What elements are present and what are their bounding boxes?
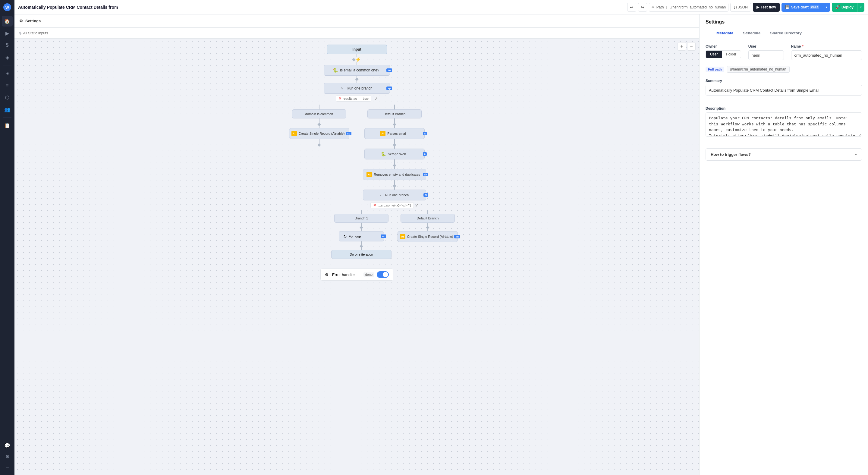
panel-header: Settings Metadata Schedule Shared Direct… [700,14,868,38]
dollar-icon: $ [19,31,22,35]
input-section: Input ⚡ 🐍 [236,44,477,103]
sidebar-item-resources[interactable]: ⬡ [2,92,13,103]
full-path-row: Full path u/henri/crm_automated_no_human [706,66,862,73]
deploy-button[interactable]: 🚀 Deploy [832,3,857,12]
for-loop-node[interactable]: ↻ For loop ac [339,231,384,242]
flow-canvas[interactable]: + − Input ⚡ [14,39,699,475]
tab-metadata[interactable]: Metadata [712,28,738,38]
input-node[interactable]: Input [327,44,387,54]
test-flow-button[interactable]: ▶ Test flow [753,3,780,12]
panel-body: Owner User Folder User Name * [700,38,868,475]
owner-label: Owner [706,44,741,49]
undo-button[interactable]: ↩ [627,3,636,12]
error-handler-node[interactable]: ⚙ Error handler deno [320,268,393,281]
description-group: Description Populate your CRM contacts' … [706,106,862,142]
description-textarea[interactable]: Populate your CRM contacts' details from… [706,113,862,136]
vc-d-2 [317,143,321,147]
db2c-1 [427,210,428,214]
close-icon-2: ✕ [373,203,376,208]
scrape-web-label: Scrape Web [388,152,406,156]
error-handler-toggle[interactable] [377,271,389,278]
sidebar-item-group[interactable]: ◈ [2,52,13,63]
settings-gear-icon: ⚙ [19,19,23,23]
sidebar-item-home[interactable]: 🏠 [2,16,13,27]
removes-empty-node[interactable]: At Removes empty and duplicates ak [363,169,426,180]
parses-email-node[interactable]: At Parses email a [364,128,425,139]
close-icon-1: ✕ [338,96,341,101]
create-single-1-node[interactable]: At Create Single Record (Airtable) aq [289,128,349,139]
branch-1-label: Branch 1 [355,216,368,220]
owner-user-button[interactable]: User [706,51,722,58]
name-input[interactable] [791,50,862,60]
input-node-label: Input [352,47,361,52]
airtable-icon-1: At [291,131,297,136]
rc-1 [394,104,395,109]
app-logo[interactable]: W [2,2,12,12]
owner-folder-button[interactable]: Folder [722,51,741,58]
zoom-in-button[interactable]: + [678,42,686,51]
run-one-branch-2-badge: al [424,193,428,197]
save-draft-group: 💾 Save draft Ctrl S ▾ [781,3,830,12]
topbar-actions: ↩ ↪ ✏ Path | u/henri/crm_automated_no_hu… [627,3,864,12]
sidebar: W 🏠 ▶ $ ◈ ⊞ ≡ ⬡ 👥 📋 💬 ⊕ → [0,0,14,475]
run-one-branch-1-node[interactable]: ⑂ Run one branch ap [324,83,390,94]
default-branch-1-node[interactable]: Default Branch [367,109,422,119]
for-loop-label: For loop [349,234,361,238]
zoom-out-button[interactable]: − [687,42,695,51]
user-col: User [748,44,784,60]
trigger-header[interactable]: How to trigger flows? ▾ [706,149,862,160]
scrape-web-node[interactable]: 🐍 Scrape Web c [364,149,425,159]
tab-shared-directory[interactable]: Shared Directory [765,28,807,38]
sidebar-item-vars[interactable]: ≡ [2,80,13,91]
deploy-chevron-button[interactable]: ▾ [857,3,864,12]
user-input[interactable] [748,50,784,60]
condition-label-2: ✕ ....s.c.some((x)=>x!="") [370,202,414,208]
branch-1-node[interactable]: Branch 1 [334,214,389,223]
vc-d-9 [426,226,429,229]
save-draft-button[interactable]: 💾 Save draft Ctrl S [781,3,823,12]
description-label: Description [706,106,862,110]
branch-icon-2: ⑂ [378,192,383,198]
name-label: Name * [791,44,862,49]
json-button[interactable]: { } JSON [730,3,751,12]
name-col: Name * [791,44,862,60]
sidebar-item-users[interactable]: 👥 [2,104,13,115]
main-area: Automatically Populate CRM Contact Detai… [14,0,868,475]
is-email-node[interactable]: 🐍 Is email a common one? ao [324,65,390,76]
page-title: Automatically Populate CRM Contact Detai… [18,5,625,10]
default-branch-2-node[interactable]: Default Branch [401,214,455,223]
iteration-node[interactable]: Do one iteration [331,250,392,259]
sidebar-item-flow[interactable]: ▶ [2,28,13,39]
parses-email-badge: a [423,132,427,135]
sidebar-item-hub[interactable]: ⊞ [2,68,13,79]
domain-common-node[interactable]: domain is common [292,109,346,119]
svg-text:W: W [5,5,9,10]
sidebar-item-money[interactable]: $ [2,40,13,51]
summary-input[interactable] [706,85,862,96]
branch-icon-1: ⑂ [339,86,345,91]
path-label: Path [656,5,664,9]
save-draft-chevron-button[interactable]: ▾ [823,3,830,12]
static-inputs-label: All Static Inputs [23,31,48,35]
redo-button[interactable]: ↪ [638,3,647,12]
sidebar-item-github[interactable]: ⊕ [2,451,13,462]
run-one-branch-2-node[interactable]: ⑂ Run one branch al [363,190,426,200]
branch-1-col: Branch 1 ↻ For loop ac [331,210,392,259]
removes-empty-badge: ak [423,173,428,176]
static-inputs-bar[interactable]: $ All Static Inputs [14,28,699,39]
path-separator: | [666,5,667,9]
iteration-label: Do one iteration [350,253,373,256]
panel-title: Settings [706,19,862,25]
topbar: Automatically Populate CRM Contact Detai… [14,0,868,14]
sidebar-item-audit[interactable]: 📋 [2,120,13,131]
airtable-icon-3: At [367,172,372,177]
create-single-2-node[interactable]: At Create Single Record (Airtable) an [398,231,458,242]
full-path-value: u/henri/crm_automated_no_human [727,66,789,73]
owner-section: Owner User Folder User Name * [706,44,862,60]
sidebar-item-discord[interactable]: 💬 [2,440,13,451]
sidebar-item-exit[interactable]: → [2,462,13,473]
json-icon: { } [734,5,737,9]
split-icon-2: ⤢ [415,203,418,208]
tab-schedule[interactable]: Schedule [738,28,765,38]
for-loop-badge: ac [381,234,386,238]
